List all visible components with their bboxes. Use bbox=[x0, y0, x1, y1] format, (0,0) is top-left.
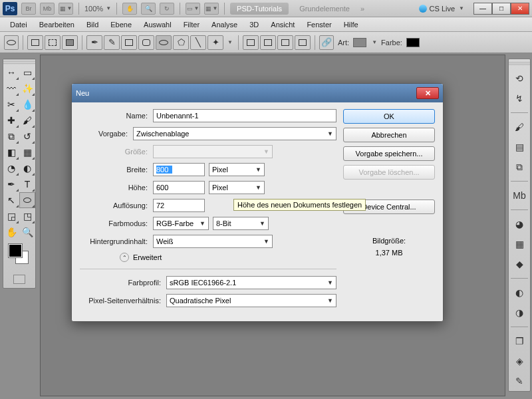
cancel-button[interactable]: Abbrechen bbox=[343, 128, 435, 142]
type-tool[interactable]: T bbox=[19, 176, 35, 192]
history-panel-icon[interactable]: ⟲ bbox=[512, 71, 527, 86]
eraser-tool[interactable]: ◧ bbox=[3, 144, 19, 160]
resolution-input[interactable] bbox=[153, 199, 205, 212]
3d-camera-tool[interactable]: ◳ bbox=[19, 208, 35, 224]
bridge-button[interactable]: Br bbox=[21, 3, 36, 15]
wand-tool[interactable]: ✨ bbox=[19, 80, 35, 96]
colorprofile-select[interactable]: sRGB IEC61966-2.1▼ bbox=[166, 276, 336, 289]
menu-datei[interactable]: Datei bbox=[4, 19, 33, 31]
move-tool[interactable]: ↔ bbox=[3, 65, 19, 80]
menu-auswahl[interactable]: Auswahl bbox=[138, 19, 178, 31]
width-input[interactable] bbox=[153, 163, 205, 176]
hand-tool[interactable]: ✋ bbox=[3, 224, 19, 240]
shape-tool[interactable] bbox=[19, 192, 35, 208]
path-exclude-icon[interactable] bbox=[295, 35, 311, 50]
freeform-pen-icon[interactable]: ✎ bbox=[104, 35, 120, 50]
colormode-select[interactable]: RGB-Farbe▼ bbox=[153, 217, 209, 230]
menu-ebene[interactable]: Ebene bbox=[104, 19, 138, 31]
layers-panel-icon[interactable]: ❐ bbox=[512, 334, 527, 348]
color-panel-icon[interactable]: ◕ bbox=[512, 217, 527, 231]
window-maximize[interactable]: □ bbox=[492, 3, 511, 15]
zoom-level[interactable]: 100%▼ bbox=[84, 5, 111, 13]
3d-tool[interactable]: ◲ bbox=[3, 208, 19, 224]
eyedropper-tool[interactable]: 💧 bbox=[19, 96, 35, 112]
menu-filter[interactable]: Filter bbox=[178, 19, 205, 31]
clonesrc-panel-icon[interactable]: ⧉ bbox=[512, 160, 527, 174]
path-mode[interactable] bbox=[45, 35, 61, 50]
tool-preset[interactable] bbox=[4, 35, 19, 50]
crop-tool[interactable]: ✂ bbox=[3, 96, 19, 112]
panel-grip[interactable] bbox=[509, 62, 530, 66]
window-minimize[interactable]: — bbox=[473, 3, 492, 15]
dialog-titlebar[interactable]: Neu ✕ bbox=[72, 84, 443, 102]
path-combine-icon[interactable] bbox=[243, 35, 259, 50]
toolbox-grip[interactable] bbox=[3, 59, 35, 65]
adjust-panel-icon[interactable]: ◐ bbox=[512, 285, 527, 300]
brush-tool[interactable]: 🖌 bbox=[19, 112, 35, 128]
minibridge-button[interactable]: Mb bbox=[40, 3, 55, 15]
workspace-tab-active[interactable]: PSD-Tutorials bbox=[230, 3, 289, 15]
height-unit-select[interactable]: Pixel▼ bbox=[209, 181, 265, 194]
stamp-tool[interactable]: ⧉ bbox=[3, 128, 19, 144]
menu-fenster[interactable]: Fenster bbox=[301, 19, 337, 31]
path-select-tool[interactable]: ↖ bbox=[3, 192, 19, 208]
zoom-tool[interactable]: 🔍 bbox=[19, 224, 35, 240]
save-preset-button[interactable]: Vorgabe speichern... bbox=[343, 146, 435, 161]
color-swatch[interactable] bbox=[406, 38, 420, 47]
background-select[interactable]: Weiß▼ bbox=[153, 235, 273, 248]
line-shape-icon[interactable]: ╲ bbox=[190, 35, 206, 50]
hand-toggle[interactable]: ✋ bbox=[122, 3, 137, 15]
actions-panel-icon[interactable]: ↯ bbox=[512, 91, 527, 106]
masks-panel-icon[interactable]: ◑ bbox=[512, 305, 527, 320]
pen-tool[interactable]: ✒ bbox=[3, 176, 19, 192]
styles-panel-icon[interactable]: ◆ bbox=[512, 257, 527, 271]
workspace-tab[interactable]: Grundelemente bbox=[293, 3, 356, 15]
menu-analyse[interactable]: Analyse bbox=[205, 19, 243, 31]
name-input[interactable] bbox=[153, 109, 336, 122]
roundrect-shape-icon[interactable] bbox=[138, 35, 154, 50]
width-unit-select[interactable]: Pixel▼ bbox=[209, 163, 265, 176]
custom-shape-icon[interactable]: ✦ bbox=[207, 35, 223, 50]
menu-hilfe[interactable]: Hilfe bbox=[338, 19, 364, 31]
fill-mode[interactable] bbox=[62, 35, 78, 50]
dialog-close-button[interactable]: ✕ bbox=[416, 87, 439, 99]
menu-bearbeiten[interactable]: Bearbeiten bbox=[33, 19, 80, 31]
cs-live-button[interactable]: CS Live▼ bbox=[419, 5, 464, 13]
pixelaspect-select[interactable]: Quadratische Pixel▼ bbox=[166, 294, 336, 307]
menu-ansicht[interactable]: Ansicht bbox=[265, 19, 301, 31]
blur-tool[interactable]: ◔ bbox=[3, 160, 19, 176]
window-close[interactable]: ✕ bbox=[511, 3, 529, 15]
link-icon[interactable]: 🔗 bbox=[319, 35, 334, 50]
screen-mode-button[interactable]: ▦▼ bbox=[59, 3, 73, 15]
preset-select[interactable]: Zwischenablage▼ bbox=[133, 127, 336, 140]
color-picker[interactable] bbox=[6, 243, 33, 269]
advanced-toggle[interactable]: ⌃ Erweitert bbox=[120, 253, 336, 262]
brushes-panel-icon[interactable]: 🖌 bbox=[512, 120, 527, 134]
history-brush-tool[interactable]: ↺ bbox=[19, 128, 35, 144]
menu-bild[interactable]: Bild bbox=[80, 19, 104, 31]
quickmask-toggle[interactable] bbox=[3, 272, 35, 288]
workspace-more-icon[interactable]: » bbox=[360, 5, 364, 13]
minibridge-panel-icon[interactable]: Mb bbox=[512, 188, 527, 203]
gradient-tool[interactable]: ▦ bbox=[19, 144, 35, 160]
rect-shape-icon[interactable] bbox=[121, 35, 137, 50]
lasso-tool[interactable]: 〰 bbox=[3, 80, 19, 96]
rotate-toggle[interactable]: ↻ bbox=[160, 3, 174, 15]
ellipse-shape-icon[interactable] bbox=[156, 35, 172, 50]
ok-button[interactable]: OK bbox=[343, 109, 435, 124]
path-intersect-icon[interactable] bbox=[277, 35, 293, 50]
style-swatch[interactable] bbox=[353, 38, 366, 47]
path-subtract-icon[interactable] bbox=[260, 35, 276, 50]
arrange-button[interactable]: ▭▼ bbox=[186, 3, 200, 15]
shape-options-arrow[interactable]: ▼ bbox=[225, 35, 234, 50]
extras-button[interactable]: ▦▼ bbox=[204, 3, 219, 15]
channels-panel-icon[interactable]: ◈ bbox=[512, 354, 527, 368]
menu-3d[interactable]: 3D bbox=[243, 19, 265, 31]
pen-icon[interactable]: ✒ bbox=[86, 35, 102, 50]
height-input[interactable] bbox=[153, 181, 205, 194]
shape-layer-mode[interactable] bbox=[27, 35, 43, 50]
foreground-color[interactable] bbox=[9, 244, 22, 257]
bitdepth-select[interactable]: 8-Bit▼ bbox=[213, 217, 269, 230]
swatches-panel-icon[interactable]: ▦ bbox=[512, 237, 527, 251]
dodge-tool[interactable]: ◐ bbox=[19, 160, 35, 176]
